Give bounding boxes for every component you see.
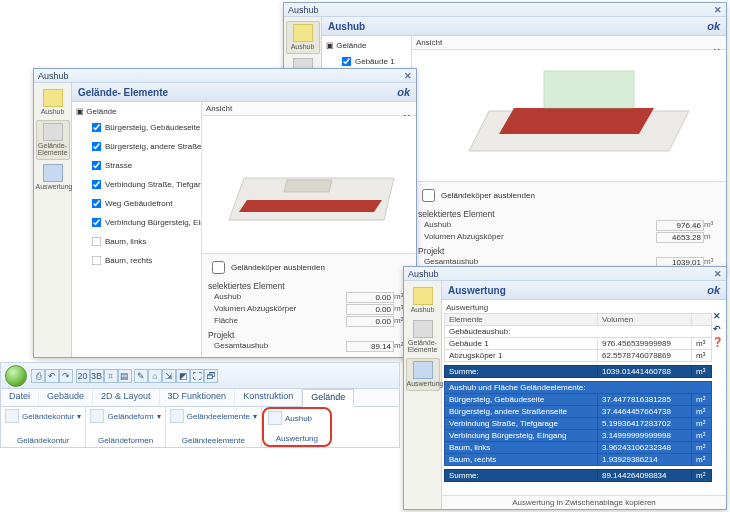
qat-icon[interactable]: ⇲ [162,369,176,383]
qat-icon[interactable]: 3B [90,369,104,383]
qat-icon[interactable]: ↶ [45,369,59,383]
aushub-icon [268,411,282,425]
polygon-icon [5,409,19,423]
sum-row: Summe:1039.01441460788m³ [445,366,712,378]
window-gelaende-elemente: Aushub ✕ Aushub Gelände- Elemente Auswer… [33,68,417,358]
qat-icon[interactable]: ⎙ [31,369,45,383]
window-title: Aushub [408,269,439,279]
view-label: Ansicht [202,102,416,116]
value-gesamtaushub: 89.14 [346,341,394,352]
view-label: Ansicht [412,36,726,50]
tree[interactable]: ▣ Gelände Bürgersteig, Gebäudeseite Bürg… [72,102,202,357]
quick-access-toolbar[interactable]: ⎙↶↷ 203B⌗▤ ✎⌂⇲◩⛶🗗 [31,369,218,383]
section-label: Aushub und Fläche Geländeelemente: [445,382,712,394]
cmd-gelaendeelemente[interactable]: Geländeelemente ▾ [170,409,257,423]
qat-icon[interactable]: 20 [76,369,90,383]
hide-gk-checkbox[interactable] [212,261,225,274]
svg-marker-4 [239,200,382,212]
tab-gebaeude[interactable]: Gebäude [39,389,93,406]
side-nav: Aushub Gelände- Elemente Auswertung [404,281,442,509]
close-icon[interactable]: ✕ [714,269,722,279]
copy-clipboard-button[interactable]: Auswertung in Zwischenablage kopieren [442,495,726,509]
panel-header: Aushub ok [322,17,726,36]
qat-icon[interactable]: 🗗 [204,369,218,383]
panel-header: Gelände- Elemente ok [72,83,416,102]
eval-table[interactable]: ElementeVolumen Gebäudeaushub: Gebäude 1… [444,313,712,482]
undo-icon[interactable]: ↶ [710,324,724,334]
titlebar[interactable]: Aushub ✕ [404,267,726,281]
titlebar[interactable]: Aushub ✕ [34,69,416,83]
value-volumen: 4653.28 [656,232,704,243]
form-icon [90,409,104,423]
ribbon-group-gelaendekontur: Geländekontur ▾ Geländekontur [1,407,86,447]
svg-marker-1 [499,108,654,134]
table-row: Bürgersteig, andere Straßenseite37.44644… [445,406,712,418]
app-menu-orb[interactable] [5,365,27,387]
close-icon[interactable]: ✕ [714,5,722,15]
window-auswertung: Aushub ✕ Aushub Gelände- Elemente Auswer… [403,266,727,510]
qat-icon[interactable]: ↷ [59,369,73,383]
nav-auswertung[interactable]: Auswertung [36,162,70,193]
table-row: Baum, rechts1.93929386214m² [445,454,712,466]
nav-aushub[interactable]: Aushub [36,87,70,118]
row-header: Gebäudeaushub: [445,326,712,338]
nav-gelaende[interactable]: Gelände- Elemente [406,318,440,356]
section-label: Auswertung [444,302,712,313]
table-row: Gebäude 1976.456539999989m³ [445,338,712,350]
qat-icon[interactable]: ⛶ [190,369,204,383]
nav-gelaende[interactable]: Gelände- Elemente [36,120,70,160]
hide-gk-checkbox[interactable] [422,189,435,202]
cmd-aushub[interactable]: Aushub [268,411,326,425]
tab-3d[interactable]: 3D Funktionen [160,389,236,406]
ribbon-group-aushub: Aushub Auswertung [262,407,332,447]
help-icon[interactable]: ❓ [710,337,724,347]
close-icon[interactable]: ✕ [404,71,412,81]
value-volumen: 0.00 [346,304,394,315]
qat-icon[interactable]: ✎ [134,369,148,383]
nav-auswertung[interactable]: Auswertung [406,358,440,391]
titlebar[interactable]: Aushub ✕ [284,3,726,17]
tab-2d[interactable]: 2D & Layout [93,389,160,406]
table-row: Verbindung Bürgersteig, Eingang3.1499999… [445,430,712,442]
close-panel-icon[interactable]: ✕ [710,311,724,321]
cmd-gelaendekontur[interactable]: Geländekontur ▾ [5,409,81,423]
tab-datei[interactable]: Datei [1,389,39,406]
cmd-gelaendeform[interactable]: Geländeform ▾ [90,409,160,423]
sum-row: Summe:89.144264098834m² [445,470,712,482]
table-row: Baum, links3.96243106232348m² [445,442,712,454]
window-title: Aushub [288,5,319,15]
viewport-3d[interactable] [202,116,416,253]
ok-button[interactable]: ok [707,284,720,296]
properties: Geländeköper ausblenden selektiertes Ele… [202,253,416,357]
ribbon-group-gelaendeform: Geländeform ▾ Geländeformen [86,407,165,447]
window-title: Aushub [38,71,69,81]
nav-aushub[interactable]: Aushub [406,285,440,316]
nav-aushub[interactable]: Aushub [286,21,320,54]
qat-icon[interactable]: ▤ [118,369,132,383]
ok-button[interactable]: ok [707,20,720,32]
panel-header: Auswertung ok [442,281,726,300]
properties: Geländeköper ausblenden selektiertes Ele… [412,181,726,273]
value-flaeche: 0.00 [346,316,394,327]
value-aushub: 0.00 [346,292,394,303]
value-aushub: 976.46 [656,220,704,231]
ribbon: ⎙↶↷ 203B⌗▤ ✎⌂⇲◩⛶🗗 Datei Gebäude 2D & Lay… [0,362,400,448]
table-row: Verbindung Straße, Tiefgarage5.199364172… [445,418,712,430]
ribbon-tabs[interactable]: Datei Gebäude 2D & Layout 3D Funktionen … [1,389,399,407]
table-row: Abzugsköper 162.5578746078869m³ [445,350,712,362]
qat-icon[interactable]: ◩ [176,369,190,383]
table-row: Bürgersteig, Gebäudeseite37.447781638128… [445,394,712,406]
side-toolbar: ✕ ↶ ❓ [710,311,724,347]
element-icon [170,409,184,423]
ok-button[interactable]: ok [397,86,410,98]
tab-gelaende[interactable]: Gelände [302,389,354,407]
tab-konstruktion[interactable]: Konstruktion [235,389,302,406]
svg-marker-2 [544,71,634,108]
ribbon-group-gelaendeelemente: Geländeelemente ▾ Geländeelemente [166,407,262,447]
qat-icon[interactable]: ⌂ [148,369,162,383]
side-nav: Aushub Gelände- Elemente Auswertung [34,83,72,357]
qat-icon[interactable]: ⌗ [104,369,118,383]
svg-marker-5 [284,180,332,192]
viewport-3d[interactable] [412,50,726,181]
